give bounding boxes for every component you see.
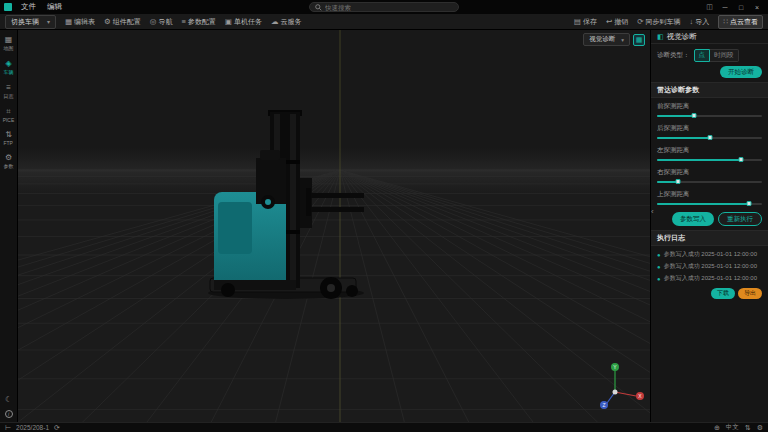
grid-view-toggle-button[interactable]: ▦	[633, 34, 645, 46]
app-window: 文件 编辑 ◫ ─ □ × 切换车辆 ▾ ▦ 编辑表 ⚙	[0, 0, 768, 432]
diag-type-label: 诊断类型：	[657, 51, 690, 60]
toolbar-right-group: ▤ 保存 ↩ 撤销 ⟳ 同步到车辆 ↓ 导入 ∷ 点云查看	[574, 15, 763, 29]
slider-up-label: 上探测距离	[657, 190, 762, 199]
position-icon: ⊢	[5, 424, 11, 432]
3d-viewport[interactable]: Y X Z 视觉诊断 ▾ ▦	[18, 30, 650, 422]
diag-type-timerange[interactable]: 时间段	[710, 49, 739, 62]
close-button[interactable]: ×	[750, 1, 764, 13]
log-entry: ● 参数写入成功 2025-01-01 12:00:00	[657, 274, 762, 283]
exec-log-list: ● 参数写入成功 2025-01-01 12:00:00 ● 参数写入成功 20…	[657, 250, 762, 283]
vehicle-switcher-label: 切换车辆	[11, 17, 39, 27]
log-icon: ≡	[6, 84, 11, 92]
grid-icon: ▦	[636, 36, 643, 44]
global-search[interactable]	[309, 2, 459, 12]
slider-left-distance[interactable]	[657, 156, 762, 164]
ftp-icon: ⇅	[5, 131, 12, 139]
minimize-button[interactable]: ─	[718, 1, 732, 13]
app-logo	[4, 3, 12, 11]
diagnosis-mode-dropdown[interactable]: 视觉诊断 ▾	[583, 33, 630, 46]
layout-icon[interactable]: ◫	[703, 3, 716, 11]
globe-icon: ⊕	[714, 424, 720, 432]
slider-front-handle[interactable]	[691, 113, 696, 118]
slider-rear-label: 后探测距离	[657, 124, 762, 133]
log-entry: ● 参数写入成功 2025-01-01 12:00:00	[657, 250, 762, 259]
params-gear-icon: ⚙	[5, 154, 12, 162]
import-icon: ↓	[689, 17, 693, 26]
export-log-button[interactable]: 导出	[738, 288, 762, 299]
maximize-button[interactable]: □	[734, 1, 748, 13]
import-button[interactable]: ↓ 导入	[689, 17, 709, 27]
slider-right-distance[interactable]	[657, 178, 762, 186]
left-sidebar: ▦ 地图 ◈ 车辆 ≡ 日志 ⌗ PICE ⇅ FTP ⚙ 参数	[0, 30, 18, 422]
menu-edit[interactable]: 编辑	[45, 2, 64, 12]
sync-to-vehicle-button[interactable]: ⟳ 同步到车辆	[637, 17, 680, 27]
statusbar: ⊢ 2025/208-1 ⟳ ⊕ 中文 ⇅ ⚙	[0, 422, 768, 432]
sidebar-item-logs[interactable]: ≡ 日志	[0, 84, 17, 100]
sliders-icon: ≡	[181, 17, 185, 26]
viewport-overlay: 视觉诊断 ▾ ▦	[583, 33, 645, 46]
sidebar-item-params[interactable]: ⚙ 参数	[0, 154, 17, 170]
search-input[interactable]	[325, 4, 453, 11]
download-log-button[interactable]: 下载	[711, 288, 735, 299]
tool-edit-table[interactable]: ▦ 编辑表	[65, 17, 95, 27]
sync-status-icon[interactable]: ⇅	[745, 424, 751, 432]
rerun-button[interactable]: 重新执行	[718, 212, 762, 226]
search-icon	[315, 4, 322, 11]
panel-collapse-handle[interactable]: ‹	[651, 208, 654, 216]
info-icon[interactable]: i	[5, 410, 13, 418]
pice-icon: ⌗	[6, 108, 11, 116]
tool-param-config[interactable]: ≡ 参数配置	[181, 17, 215, 27]
radar-params-section-header: 雷达诊断参数	[651, 82, 768, 98]
cloud-icon: ☁	[271, 17, 279, 26]
tool-navigation[interactable]: ◎ 导航	[150, 17, 173, 27]
undo-icon: ↩	[606, 17, 612, 26]
slider-up-distance[interactable]	[657, 200, 762, 208]
log-entry: ● 参数写入成功 2025-01-01 12:00:00	[657, 262, 762, 271]
panel-title: 视觉诊断	[667, 32, 697, 42]
sidebar-item-ftp[interactable]: ⇅ FTP	[0, 131, 17, 146]
diagnosis-mode-value: 视觉诊断	[589, 35, 615, 44]
sidebar-item-map[interactable]: ▦ 地图	[0, 36, 17, 52]
slider-up-handle[interactable]	[747, 201, 752, 206]
table-icon: ▦	[65, 17, 72, 26]
task-icon: ▣	[225, 17, 232, 26]
slider-right-handle[interactable]	[676, 179, 681, 184]
save-button[interactable]: ▤ 保存	[574, 17, 597, 27]
menu-file[interactable]: 文件	[19, 2, 38, 12]
log-success-icon: ●	[657, 252, 661, 258]
diag-type-point[interactable]: 点	[694, 49, 711, 62]
slider-rear-handle[interactable]	[707, 135, 712, 140]
map-icon: ▦	[5, 36, 13, 44]
panel-eye-icon: ◧	[657, 33, 664, 41]
settings-icon[interactable]: ⚙	[757, 424, 763, 432]
tool-cloud-service[interactable]: ☁ 云服务	[271, 17, 302, 27]
point-cloud-icon: ∷	[723, 17, 728, 26]
3d-scene[interactable]: Y X Z	[18, 30, 650, 422]
toolbar: 切换车辆 ▾ ▦ 编辑表 ⚙ 组件配置 ◎ 导航 ≡ 参数配置 ▣ 单机任务	[0, 14, 768, 30]
language-toggle[interactable]: 中文	[726, 423, 739, 432]
start-diagnosis-button[interactable]: 开始诊断	[720, 66, 762, 78]
vehicle-switcher-dropdown[interactable]: 切换车辆 ▾	[5, 15, 56, 29]
theme-icon[interactable]: ☾	[5, 395, 12, 404]
status-version: 2025/208-1	[16, 424, 49, 431]
axis-z-label: Z	[602, 402, 605, 408]
slider-front-distance[interactable]	[657, 112, 762, 120]
target-icon: ◎	[150, 17, 157, 26]
refresh-icon[interactable]: ⟳	[54, 424, 60, 432]
slider-right-label: 右探测距离	[657, 168, 762, 177]
point-cloud-view-button[interactable]: ∷ 点云查看	[718, 15, 763, 29]
tool-single-task[interactable]: ▣ 单机任务	[225, 17, 262, 27]
panel-header: ◧ 视觉诊断	[651, 30, 768, 44]
write-params-button[interactable]: 参数写入	[672, 212, 714, 226]
titlebar: 文件 编辑 ◫ ─ □ ×	[0, 0, 768, 14]
log-success-icon: ●	[657, 264, 661, 270]
sync-icon: ⟳	[637, 17, 643, 26]
sidebar-item-pice[interactable]: ⌗ PICE	[0, 108, 17, 123]
slider-front-label: 前探测距离	[657, 102, 762, 111]
tool-component-config[interactable]: ⚙ 组件配置	[104, 17, 141, 27]
slider-rear-distance[interactable]	[657, 134, 762, 142]
undo-button[interactable]: ↩ 撤销	[606, 17, 628, 27]
sidebar-item-vehicle[interactable]: ◈ 车辆	[0, 60, 17, 76]
slider-left-handle[interactable]	[739, 157, 744, 162]
log-success-icon: ●	[657, 276, 661, 282]
